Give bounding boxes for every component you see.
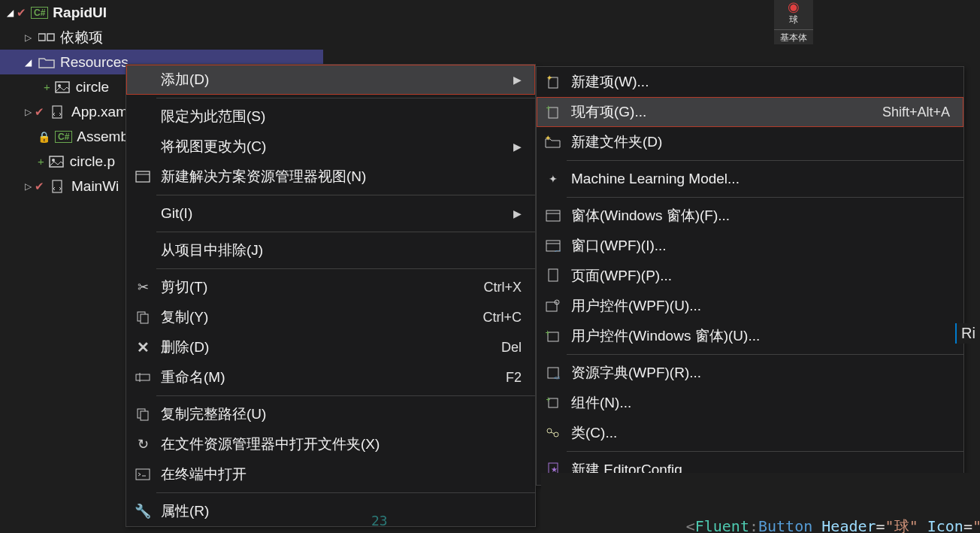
winform-icon [544,207,562,225]
submenu-arrow-icon: ▶ [513,74,522,86]
existing-item-icon: + [544,103,562,121]
svg-text:<>: <> [555,248,561,252]
svg-rect-22 [546,210,560,221]
svg-rect-11 [141,314,148,323]
ml-icon: ✦ [544,170,562,188]
submenu-winform[interactable]: 窗体(Windows 窗体)(F)... [537,201,963,231]
sphere-label: 球 [774,14,813,26]
blank-icon [134,71,152,89]
rename-icon [134,368,152,386]
new-folder-icon: ✦ [544,133,562,151]
submenu-wpf-window[interactable]: <> 窗口(WPF)(I)... [537,231,963,261]
menu-properties[interactable]: 🔧 属性(R) [126,496,535,526]
cut-icon: ✂ [134,278,152,296]
svg-text:✦: ✦ [545,135,551,142]
wpf-window-icon: <> [544,237,562,255]
svg-rect-1 [47,34,54,41]
new-item-icon: ✦ [544,73,562,91]
check-icon: ✔ [35,105,44,119]
usercontrol-icon [544,297,562,315]
usercontrol-wf-icon: + [544,327,562,345]
menu-change-view[interactable]: 将视图更改为(C) ▶ [126,132,535,162]
image-icon [53,80,71,95]
menu-open-terminal[interactable]: 在终端中打开 [126,459,535,489]
mainwin-label: MainWi [71,178,119,195]
submenu-wf-usercontrol[interactable]: + 用户控件(Windows 窗体)(U)... [537,321,963,351]
menu-rename[interactable]: 重命名(M) F2 [126,362,535,392]
component-icon: + [544,394,562,412]
svg-text:✦: ✦ [546,74,552,82]
context-menu-add-submenu: ✦ 新建项(W)... + 现有项(G)... Shift+Alt+A ✦ 新建… [536,66,964,486]
project-label: RapidUI [53,5,107,21]
folder-icon [38,55,56,70]
csharp-icon: C# [31,7,48,19]
svg-rect-4 [53,106,62,118]
menu-add[interactable]: 添加(D) ▶ [126,65,535,95]
chevron-icon [23,32,33,43]
submenu-arrow-icon: ▶ [513,141,522,153]
line-number: 23 [371,513,388,528]
svg-point-3 [58,84,61,87]
plus-icon: + [38,155,44,168]
chevron-icon [23,181,33,192]
submenu-component[interactable]: + 组件(N)... [537,388,963,418]
menu-separator [156,492,535,493]
chevron-icon [23,107,33,117]
check-icon: ✔ [17,6,26,20]
menu-delete[interactable]: ✕ 删除(D) Del [126,332,535,362]
check-icon: ✔ [35,180,44,193]
menu-separator [567,354,963,355]
menu-separator [567,197,963,198]
menu-new-view[interactable]: 新建解决方案资源管理器视图(N) [126,162,535,192]
code-editor[interactable]: <Fluent:Button Header="球" Icon="/F </Flu… [541,473,980,533]
tree-deps-row[interactable]: 依赖项 [0,25,323,50]
menu-scope[interactable]: 限定为此范围(S) [126,101,535,132]
menu-copy-path[interactable]: 复制完整路径(U) [126,399,535,429]
sphere-icon[interactable]: ◉ [774,0,813,14]
primitive-group-label: 基本体 [774,29,813,44]
submenu-class[interactable]: 类(C)... [537,418,963,448]
menu-open-explorer[interactable]: ↻ 在文件资源管理器中打开文件夹(X) [126,429,535,459]
xaml-icon [49,179,67,194]
svg-point-6 [52,159,55,162]
window-icon [134,168,152,186]
image-icon [47,154,65,169]
chevron-icon [23,57,33,68]
menu-separator [156,98,535,98]
tree-project-row[interactable]: ✔ C# RapidUI [0,0,323,25]
submenu-wpf-usercontrol[interactable]: 用户控件(WPF)(U)... [537,291,963,321]
submenu-new-item[interactable]: ✦ 新建项(W)... [537,67,963,97]
submenu-ml-model[interactable]: ✦ Machine Learning Model... [537,164,963,194]
svg-text:+: + [546,329,550,338]
submenu-existing-item[interactable]: + 现有项(G)... Shift+Alt+A [537,97,963,127]
right-panel-cutoff: Ri [955,323,980,344]
open-external-icon: ↻ [134,435,152,453]
menu-separator [156,268,535,269]
plus-icon: + [44,80,50,93]
resources-label: Resources [60,54,129,71]
lock-icon: 🔒 [38,131,50,143]
submenu-resource-dict[interactable]: <> 资源字典(WPF)(R)... [537,358,963,388]
menu-git[interactable]: Git(I) ▶ [126,198,535,229]
svg-rect-27 [549,269,558,281]
svg-rect-0 [38,34,45,41]
submenu-arrow-icon: ▶ [513,207,522,220]
circle1-label: circle [76,79,109,95]
circle2-label: circle.p [70,153,115,170]
copy-icon [134,405,152,423]
menu-cut[interactable]: ✂ 剪切(T) Ctrl+X [126,272,535,302]
menu-separator [156,195,535,195]
class-icon [544,424,562,442]
menu-copy[interactable]: 复制(Y) Ctrl+C [126,302,535,332]
submenu-wpf-page[interactable]: 页面(WPF)(P)... [537,261,963,291]
wrench-icon: 🔧 [134,502,152,520]
submenu-new-folder[interactable]: ✦ 新建文件夹(D) [537,127,963,157]
menu-separator [156,395,535,396]
svg-text:<>: <> [554,374,560,380]
copy-icon [134,308,152,326]
page-icon [544,267,562,285]
xaml-icon [49,104,67,120]
resource-dict-icon: <> [544,364,562,382]
svg-point-37 [554,432,558,437]
menu-exclude[interactable]: 从项目中排除(J) [126,235,535,265]
